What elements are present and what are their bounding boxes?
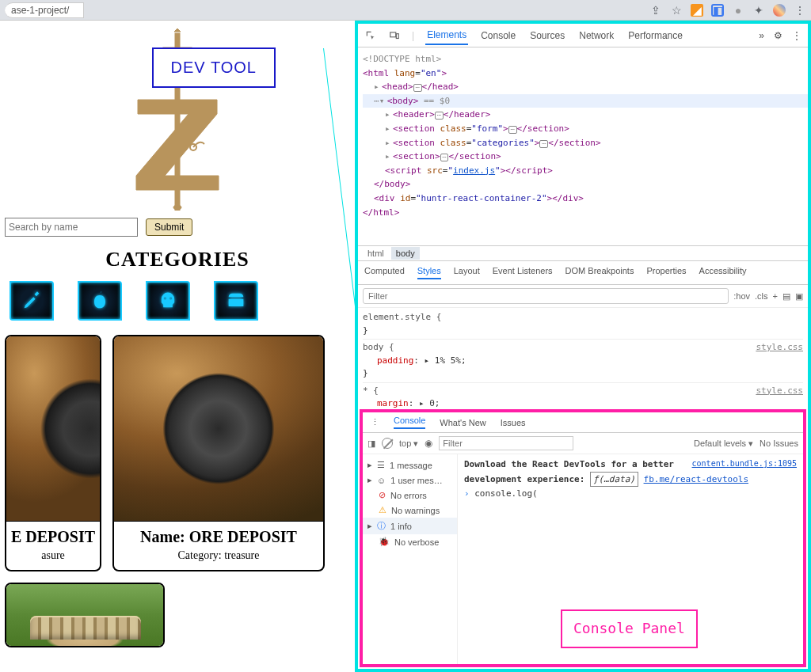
item-card[interactable]	[5, 583, 165, 647]
item-name: E DEPOSIT	[6, 528, 100, 546]
cls-button[interactable]: .cls	[755, 291, 768, 301]
console-drawer: ⋮ Console What's New Issues ◨ top ▾ Defa…	[360, 409, 806, 667]
inspect-element-icon[interactable]	[364, 29, 377, 42]
tab-sources[interactable]: Sources	[528, 27, 566, 44]
console-input[interactable]: console.log(	[474, 488, 537, 499]
styles-filter-input[interactable]	[363, 288, 729, 304]
styles-tabbar: Computed Styles Layout Event Listeners D…	[358, 260, 808, 285]
chest-icon	[225, 290, 247, 312]
crumb-body[interactable]: body	[391, 247, 420, 260]
sidebar-errors[interactable]: ⊘No errors	[363, 488, 457, 503]
styles-pane[interactable]: element.style { } style.css body { paddi…	[358, 308, 808, 408]
device-toolbar-icon[interactable]	[388, 29, 401, 42]
browser-extensions: ⇪ ☆ ◢ ◧ ● ✦ ⋮	[649, 4, 806, 17]
tab-network[interactable]: Network	[577, 27, 615, 44]
svg-rect-7	[396, 33, 398, 38]
styles-toolbar: :hov .cls + ▤ ▣	[358, 285, 808, 308]
live-expression-icon[interactable]	[425, 438, 432, 449]
sidebar-messages[interactable]: ▸☰1 message	[363, 457, 457, 473]
svg-marker-2	[174, 28, 181, 32]
sidebar-toggle-icon[interactable]: ◨	[367, 439, 375, 449]
item-name: Name: ORE DEPOSIT	[114, 528, 323, 546]
sidebar-warnings[interactable]: ⚠No warnings	[363, 503, 457, 518]
devtools-link[interactable]: fb.me/react-devtools	[644, 474, 748, 484]
annotation-devtool-label: DEV TOOL	[152, 47, 276, 88]
search-input[interactable]	[5, 218, 138, 237]
console-output[interactable]: content.bundle.js:1095 Download the Reac…	[458, 454, 803, 664]
tab-performance[interactable]: Performance	[626, 27, 684, 44]
category-icon-row	[5, 281, 350, 321]
category-food-button[interactable]	[78, 281, 122, 321]
crumb-html[interactable]: html	[363, 247, 389, 260]
hov-button[interactable]: :hov	[733, 291, 750, 301]
more-tabs-icon[interactable]: »	[759, 30, 764, 41]
url-fragment: ase-1-project/	[5, 2, 84, 18]
share-icon[interactable]: ⇪	[649, 4, 662, 17]
tab-drawer-console[interactable]: Console	[394, 416, 425, 429]
message-source-link[interactable]: content.bundle.js:1095	[692, 457, 797, 470]
console-toolbar: ◨ top ▾ Default levels ▾ No Issues	[363, 433, 803, 454]
tab-layout[interactable]: Layout	[454, 266, 480, 279]
extension-blue-icon[interactable]: ◧	[711, 4, 724, 17]
console-tabbar: ⋮ Console What's New Issues	[363, 412, 803, 433]
kebab-menu-icon[interactable]: ⋮	[792, 30, 801, 41]
star-icon[interactable]: ☆	[670, 4, 683, 17]
item-image	[6, 584, 163, 646]
tab-dom-breakpoints[interactable]: DOM Breakpoints	[565, 266, 634, 279]
svg-point-4	[173, 205, 181, 210]
tab-console[interactable]: Console	[479, 27, 517, 44]
sidebar-user[interactable]: ▸☺1 user mes…	[363, 473, 457, 488]
tab-accessibility[interactable]: Accessibility	[699, 266, 747, 279]
computed-panel-icon[interactable]: ▤	[782, 291, 790, 302]
tab-properties[interactable]: Properties	[646, 266, 686, 279]
console-sidebar: ▸☰1 message ▸☺1 user mes… ⊘No errors ⚠No…	[363, 454, 458, 664]
item-category: Category: treasure	[114, 549, 323, 562]
drawer-menu-icon[interactable]: ⋮	[371, 417, 379, 427]
category-treasure-button[interactable]	[214, 281, 258, 321]
category-monsters-button[interactable]	[146, 281, 190, 321]
expand-panel-icon[interactable]: ▣	[795, 291, 803, 302]
elements-dom-tree[interactable]: <!DOCTYPE html> <html lang="en"> ▸<head>…	[358, 47, 808, 245]
browser-toolbar: ase-1-project/ ⇪ ☆ ◢ ◧ ● ✦ ⋮	[0, 0, 811, 21]
puzzle-icon[interactable]: ✦	[752, 4, 765, 17]
category-weapons-button[interactable]	[10, 281, 54, 321]
rule-element-style: element.style {	[363, 311, 803, 325]
item-card[interactable]: Name: ORE DEPOSIT Category: treasure	[112, 335, 325, 571]
avatar-icon[interactable]	[773, 4, 786, 17]
tab-drawer-issues[interactable]: Issues	[501, 418, 526, 427]
sidebar-verbose[interactable]: 🐞No verbose	[363, 534, 457, 549]
rule-star: * {	[363, 385, 803, 398]
sword-icon	[21, 290, 43, 312]
item-card[interactable]: E DEPOSIT asure	[5, 335, 101, 571]
issues-indicator[interactable]: No Issues	[760, 439, 798, 448]
tab-event-listeners[interactable]: Event Listeners	[493, 266, 553, 279]
extension-orange-icon[interactable]: ◢	[691, 4, 703, 17]
settings-gear-icon[interactable]: ⚙	[774, 30, 782, 41]
submit-button[interactable]: Submit	[146, 218, 192, 236]
devtools-tabbar: | Elements Console Sources Network Perfo…	[358, 24, 808, 47]
breadcrumb[interactable]: html body	[358, 245, 808, 260]
item-image	[114, 336, 323, 522]
levels-selector[interactable]: Default levels ▾	[694, 439, 753, 449]
console-filter-input[interactable]	[439, 436, 573, 450]
tab-styles[interactable]: Styles	[417, 266, 441, 279]
context-selector[interactable]: top ▾	[399, 439, 418, 449]
devtools-panel: | Elements Console Sources Network Perfo…	[355, 21, 811, 672]
source-link[interactable]: style.css	[756, 385, 803, 398]
item-category: asure	[6, 549, 100, 562]
new-rule-button[interactable]: +	[773, 291, 778, 301]
sidebar-info[interactable]: ▸ⓘ1 info	[363, 518, 457, 534]
apple-icon	[89, 290, 111, 312]
annotation-console-label: Console Panel	[561, 609, 698, 648]
clear-console-icon[interactable]	[382, 438, 393, 449]
rendered-page: DEV TOOL Submit CATEGORIES	[0, 21, 355, 672]
source-link[interactable]: style.css	[756, 341, 803, 355]
rule-body: body {	[363, 341, 803, 355]
svg-rect-3	[175, 76, 180, 211]
tab-elements[interactable]: Elements	[425, 26, 468, 45]
extension-gray-icon[interactable]: ●	[732, 4, 744, 17]
categories-heading: CATEGORIES	[5, 248, 350, 271]
kebab-menu-icon[interactable]: ⋮	[794, 4, 806, 17]
tab-drawer-whatsnew[interactable]: What's New	[440, 418, 485, 427]
tab-computed[interactable]: Computed	[364, 266, 405, 279]
